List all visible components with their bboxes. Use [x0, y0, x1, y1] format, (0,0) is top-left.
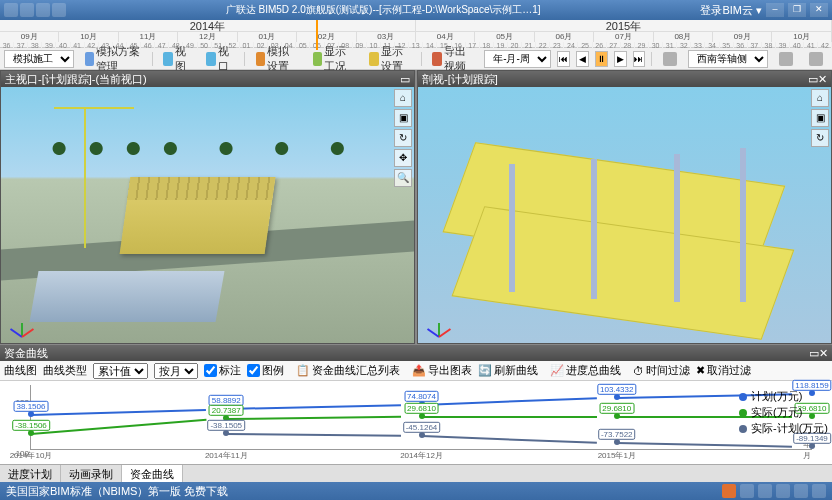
- qat-redo-icon[interactable]: [52, 3, 66, 17]
- summary-button[interactable]: 📋 资金曲线汇总列表: [296, 363, 400, 378]
- mode-combo[interactable]: 模拟施工: [4, 50, 74, 68]
- legend-checkbox[interactable]: 图例: [247, 363, 284, 378]
- timeline-week[interactable]: 19: [494, 42, 508, 50]
- timeline-week[interactable]: 32: [677, 42, 691, 50]
- vp-home-icon[interactable]: ⌂: [811, 89, 829, 107]
- timeline-week[interactable]: 35: [720, 42, 734, 50]
- timeline-month[interactable]: 09月: [713, 32, 772, 42]
- export-chart-button[interactable]: 📤 导出图表: [412, 363, 472, 378]
- nav-play-button[interactable]: ▶: [614, 51, 627, 67]
- timeline-week[interactable]: 52: [226, 42, 240, 50]
- timeline-week[interactable]: 18: [480, 42, 494, 50]
- timeline-week[interactable]: 04: [282, 42, 296, 50]
- timeline-month[interactable]: 04月: [416, 32, 475, 42]
- timeline-week[interactable]: 23: [550, 42, 564, 50]
- status-icon-a[interactable]: [740, 484, 754, 498]
- qat-undo-icon[interactable]: [36, 3, 50, 17]
- curve-type-combo[interactable]: 曲线类型: [43, 363, 87, 378]
- timeline-week[interactable]: 47: [155, 42, 169, 50]
- vp-fit-icon[interactable]: ▣: [811, 109, 829, 127]
- status-icon-c[interactable]: [776, 484, 790, 498]
- tool-a-button[interactable]: [774, 50, 798, 68]
- timeline-week[interactable]: 03: [268, 42, 282, 50]
- panel-close-icon[interactable]: ✕: [819, 347, 828, 360]
- vp-dock-icon[interactable]: ▭: [808, 73, 818, 86]
- tab-progress-plan[interactable]: 进度计划: [0, 465, 61, 482]
- timeline-week[interactable]: 24: [564, 42, 578, 50]
- maximize-button[interactable]: ❐: [788, 3, 806, 17]
- progress-curve-button[interactable]: 📈 进度总曲线: [550, 363, 621, 378]
- timeline-week[interactable]: 34: [705, 42, 719, 50]
- chart-area[interactable]: -10001002014年10月2014年11月2014年12月2015年1月2…: [0, 381, 832, 464]
- timeline-week[interactable]: 10: [367, 42, 381, 50]
- timeline-marker[interactable]: [316, 20, 318, 50]
- timeline-week[interactable]: 40: [790, 42, 804, 50]
- timeline-week[interactable]: 36: [0, 42, 14, 50]
- timeline-week[interactable]: 21: [522, 42, 536, 50]
- timeline-week[interactable]: 49: [183, 42, 197, 50]
- timeline-week[interactable]: 39: [776, 42, 790, 50]
- timeline-week[interactable]: 42: [85, 42, 99, 50]
- minimize-button[interactable]: –: [766, 3, 784, 17]
- timeline-week[interactable]: 05: [296, 42, 310, 50]
- timeline-week[interactable]: 16: [452, 42, 466, 50]
- panel-dock-icon[interactable]: ▭: [809, 347, 819, 360]
- vp-pan-icon[interactable]: ✥: [394, 149, 412, 167]
- timeline-week[interactable]: 27: [607, 42, 621, 50]
- vp-home-icon[interactable]: ⌂: [394, 89, 412, 107]
- measure-button[interactable]: [658, 50, 682, 68]
- timeline-week[interactable]: 29: [635, 42, 649, 50]
- timeline-week[interactable]: 37: [748, 42, 762, 50]
- timeline-week[interactable]: 44: [113, 42, 127, 50]
- timeline-week[interactable]: 01: [240, 42, 254, 50]
- timeline-week[interactable]: 42: [818, 42, 832, 50]
- timeline-week[interactable]: 51: [212, 42, 226, 50]
- timeline-week[interactable]: 31: [663, 42, 677, 50]
- timeline-week[interactable]: 22: [536, 42, 550, 50]
- nav-first-button[interactable]: ⏮: [557, 51, 570, 67]
- timeline-week[interactable]: 13: [409, 42, 423, 50]
- timeline-month[interactable]: 05月: [475, 32, 534, 42]
- close-button[interactable]: ✕: [810, 3, 828, 17]
- status-icon-d[interactable]: [794, 484, 808, 498]
- timeline-month[interactable]: 02月: [297, 32, 356, 42]
- timeline-week[interactable]: 46: [141, 42, 155, 50]
- timeline-week[interactable]: 38: [28, 42, 42, 50]
- qat-save-icon[interactable]: [20, 3, 34, 17]
- cancel-filter-button[interactable]: ✖ 取消过滤: [696, 363, 751, 378]
- timeline-week[interactable]: 11: [381, 42, 395, 50]
- timeline-week[interactable]: 41: [804, 42, 818, 50]
- timeline-month[interactable]: 10月: [59, 32, 118, 42]
- axis-gizmo[interactable]: [424, 309, 452, 337]
- isometric-combo[interactable]: 西南等轴侧: [688, 50, 768, 68]
- timeline[interactable]: 2014年2015年 09月10月11月12月01月02月03月04月05月06…: [0, 20, 832, 48]
- status-s-icon[interactable]: [722, 484, 736, 498]
- curve-button[interactable]: 曲线图: [4, 363, 37, 378]
- status-icon-e[interactable]: [812, 484, 826, 498]
- tab-animation[interactable]: 动画录制: [61, 465, 122, 482]
- timeline-month[interactable]: 12月: [178, 32, 237, 42]
- axis-gizmo[interactable]: [7, 309, 35, 337]
- timeline-week[interactable]: 02: [254, 42, 268, 50]
- timeline-week[interactable]: 30: [649, 42, 663, 50]
- timeline-week[interactable]: 09: [353, 42, 367, 50]
- timeline-month[interactable]: 01月: [238, 32, 297, 42]
- timeline-week[interactable]: 26: [593, 42, 607, 50]
- timeline-week[interactable]: 20: [508, 42, 522, 50]
- status-icon-b[interactable]: [758, 484, 772, 498]
- vp-rotate-icon[interactable]: ↻: [811, 129, 829, 147]
- timeline-week[interactable]: 36: [734, 42, 748, 50]
- cumulative-combo[interactable]: 累计值: [93, 363, 148, 379]
- annotate-checkbox[interactable]: 标注: [204, 363, 241, 378]
- granularity-combo[interactable]: 年-月-周: [484, 50, 551, 68]
- timeline-week[interactable]: 40: [56, 42, 70, 50]
- tab-funds-curve[interactable]: 资金曲线: [122, 465, 183, 482]
- nav-prev-button[interactable]: ◀: [576, 51, 589, 67]
- timeline-week[interactable]: 48: [169, 42, 183, 50]
- timeline-month[interactable]: 10月: [772, 32, 831, 42]
- timeline-week[interactable]: 14: [423, 42, 437, 50]
- timeline-week[interactable]: 50: [198, 42, 212, 50]
- timeline-week[interactable]: 25: [578, 42, 592, 50]
- nav-last-button[interactable]: ⏭: [633, 51, 646, 67]
- timeline-week[interactable]: 33: [691, 42, 705, 50]
